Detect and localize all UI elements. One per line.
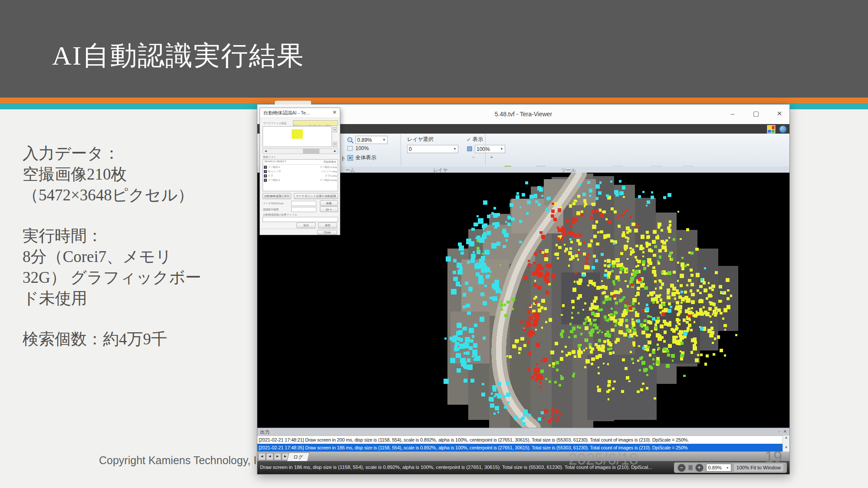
- list-header-object: SEARCH OBJECT: [264, 160, 286, 164]
- zoom-100-icon: [347, 145, 354, 152]
- list-item[interactable]: 1 マツ枯れ1 マツ枯れ1.png: [263, 165, 338, 169]
- palette-grid-icon[interactable]: [767, 125, 776, 134]
- spacer: [23, 206, 240, 226]
- zoom-out-button[interactable]: −: [677, 464, 686, 472]
- dialog-close-button[interactable]: Close: [317, 230, 337, 235]
- list-item[interactable]: 3 クズ クズ1.png: [263, 174, 338, 178]
- page-number: 19: [765, 448, 782, 466]
- footer-date: 2025/6/18: [569, 450, 638, 468]
- chevron-down-icon: ▼: [382, 138, 386, 142]
- show-label: 表示: [473, 136, 483, 143]
- log-line[interactable]: [2021-02-21 17:48:21] Draw screen in 200…: [257, 436, 783, 444]
- slide-title: AI自動認識実行結果: [52, 37, 304, 74]
- body-line: 8分（Corei7、メモリ: [23, 246, 240, 267]
- auto-recognition-ai-dialog: 自動物体認識AI - Te... ✕ ワークファイル指定 D:\AutoLear…: [260, 108, 340, 235]
- exclude-unit-dropdown[interactable]: px ▼: [320, 206, 338, 212]
- scroll-down-icon[interactable]: ▼: [783, 445, 789, 449]
- body-line: 空撮画像210枚: [23, 164, 240, 185]
- copyright-text: Copyright Kamiens Technology, Inc: [99, 454, 268, 467]
- log-tab-strip: ◀ ◀ ▶ ▶ ログ: [257, 452, 789, 461]
- save-button[interactable]: 保存: [318, 223, 337, 228]
- output-panel-header[interactable]: 出力 ▫ ✕: [257, 428, 789, 436]
- close-button[interactable]: ✕: [773, 108, 786, 119]
- dialog-divider: [260, 229, 340, 229]
- dialog-close-icon[interactable]: ✕: [332, 109, 337, 115]
- dialog-title: 自動物体認識AI - Te...: [263, 110, 310, 116]
- exclude-input[interactable]: 10: [291, 207, 316, 212]
- tab-nav-first-button[interactable]: ◀: [258, 453, 266, 460]
- orange-divider: [0, 98, 868, 103]
- preview-hscrollbar[interactable]: ◀ ▶: [263, 148, 338, 154]
- log-line-selected[interactable]: [2021-02-21 17:48:35] Draw screen in 186…: [257, 444, 783, 452]
- spin-up-icon[interactable]: ▲: [333, 127, 337, 132]
- slide: AI自動認識実行結果 入力データ： 空撮画像210枚 （5472×3648ピクセ…: [0, 0, 868, 488]
- body-line: 検索個数：約4万9千: [23, 329, 240, 350]
- template-preview[interactable]: [263, 126, 332, 147]
- zoom-slider-handle[interactable]: [688, 465, 693, 470]
- fit-view-icon: [347, 154, 354, 161]
- tab-nav-prev-button[interactable]: ◀: [266, 453, 273, 460]
- status-bar: Draw screen in 186 ms, disp size is (115…: [257, 461, 789, 474]
- body-line: （5472×3648ピクセル）: [23, 185, 240, 206]
- mark-recognition-button[interactable]: マークポイント位置の自動認識: [294, 193, 338, 199]
- body-text: 入力データ： 空撮画像210枚 （5472×3648ピクセル） 実行時間： 8分…: [23, 143, 240, 350]
- search-list-label: 検索リスト: [263, 155, 276, 159]
- fit-view-label[interactable]: 全体表示: [355, 154, 376, 161]
- scroll-left-icon[interactable]: ◀: [263, 149, 268, 154]
- workfile-label: ワークファイル指定: [263, 121, 291, 125]
- zoom-percent-combo[interactable]: 0.89% ▼: [355, 136, 388, 144]
- chevron-down-icon: ▼: [330, 208, 332, 211]
- log-scrollbar[interactable]: ▲ ▼: [783, 436, 789, 452]
- spin-down-icon[interactable]: ▼: [333, 142, 337, 147]
- tab-log[interactable]: ログ: [286, 452, 309, 462]
- tab-nav-next-button[interactable]: ▶: [274, 453, 281, 460]
- hscroll-thumb[interactable]: [303, 149, 319, 154]
- list-item[interactable]: 2 キリンソウ パンジー.png: [263, 169, 338, 174]
- layer-select-combo[interactable]: 0 ▼: [407, 145, 458, 153]
- output-panel-title: 出力: [260, 429, 270, 436]
- log-list: [2021-02-21 17:48:21] Draw screen in 200…: [257, 436, 783, 452]
- body-line: ド未使用: [23, 288, 240, 309]
- scroll-right-icon[interactable]: ▶: [332, 149, 338, 154]
- output-close-icon[interactable]: ✕: [783, 429, 787, 434]
- chevron-down-icon: ▼: [453, 147, 457, 151]
- workfile-field[interactable]: D:\AutoLearningData\TeraViewerAI50: [293, 120, 338, 126]
- exclude-label: 認識除外範囲: [263, 208, 289, 212]
- chevron-down-icon: ▼: [726, 466, 729, 469]
- layer-select-label: レイヤ選択: [407, 136, 434, 143]
- layer-minus-button[interactable]: −: [472, 155, 475, 160]
- layer-plus-button[interactable]: +: [490, 155, 493, 160]
- dialog-titlebar[interactable]: 自動物体認識AI - Te... ✕: [260, 108, 340, 118]
- maximize-button[interactable]: ▢: [750, 108, 763, 119]
- zoom-magnifier-icon: [347, 137, 354, 144]
- spacer: [23, 309, 240, 329]
- minimize-button[interactable]: –: [726, 108, 739, 119]
- pin-icon[interactable]: ▫: [778, 429, 780, 434]
- search-object-list[interactable]: SEARCH OBJECT 登録画像名 1 マツ枯れ1 マツ枯れ1.png 2 …: [263, 159, 338, 191]
- preview-spinner: ▲ ▼: [333, 127, 337, 147]
- body-line: 32G） グラフィックボー: [23, 267, 240, 288]
- status-zoom-combo[interactable]: 0.89% ▼: [706, 464, 731, 472]
- zoom-in-button[interactable]: +: [695, 464, 704, 472]
- radius-input[interactable]: 10: [291, 201, 316, 206]
- apply-button[interactable]: 実行: [296, 223, 316, 228]
- result-file-label: 自動物体認識の結果ファイル: [263, 213, 328, 217]
- layer-opacity-icon: [467, 146, 473, 152]
- list-item[interactable]: 4 マツ枯れ2 マツ枯れ2.png: [263, 178, 338, 182]
- result-file-field[interactable]: D:\AutoLearningData\TeraViewerAI50\5.48-…: [263, 217, 338, 222]
- scroll-up-icon[interactable]: ▲: [783, 436, 789, 439]
- show-check-icon[interactable]: ✓: [467, 137, 471, 143]
- run-recognition-button[interactable]: 自動物体認識の実行: [263, 193, 291, 199]
- zoom-100-label[interactable]: 100%: [355, 145, 369, 151]
- radius-label: マーク半径(Pixel): [263, 202, 289, 206]
- chevron-down-icon: ▼: [500, 147, 503, 151]
- list-header-image: 登録画像名: [323, 160, 336, 164]
- search-button[interactable]: 検索: [320, 200, 338, 206]
- layer-opacity-combo[interactable]: 100% ▼: [475, 145, 505, 153]
- body-line: 実行時間：: [23, 226, 240, 246]
- help-globe-icon[interactable]: [779, 125, 787, 133]
- selected-template-swatch: [292, 129, 303, 139]
- body-line: 入力データ：: [23, 143, 240, 164]
